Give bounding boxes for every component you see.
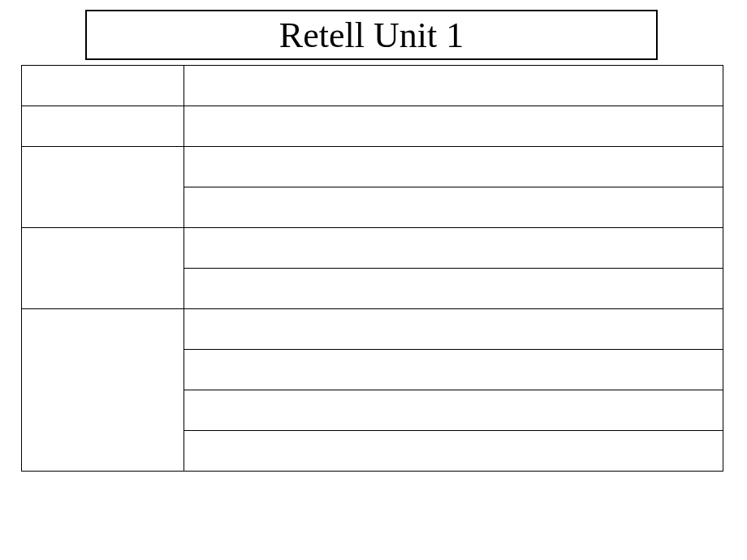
cell-left	[22, 106, 184, 147]
cell-right	[184, 350, 723, 390]
cell-right	[184, 228, 723, 269]
cell-left	[22, 147, 184, 228]
cell-right	[184, 66, 723, 106]
table-row	[22, 66, 723, 106]
table-row	[22, 309, 723, 350]
cell-right	[184, 147, 723, 187]
cell-left	[22, 309, 184, 472]
cell-right	[184, 431, 723, 472]
table-row	[22, 147, 723, 187]
page-title: Retell Unit 1	[279, 15, 464, 56]
cell-left	[22, 228, 184, 309]
title-box: Retell Unit 1	[85, 10, 658, 60]
table-row	[22, 228, 723, 269]
cell-right	[184, 390, 723, 431]
cell-right	[184, 309, 723, 350]
center-mark: .	[365, 253, 371, 260]
cell-right	[184, 269, 723, 309]
retell-table	[21, 65, 723, 472]
table-row	[22, 106, 723, 147]
cell-left	[22, 66, 184, 106]
cell-right	[184, 106, 723, 147]
cell-right	[184, 187, 723, 228]
